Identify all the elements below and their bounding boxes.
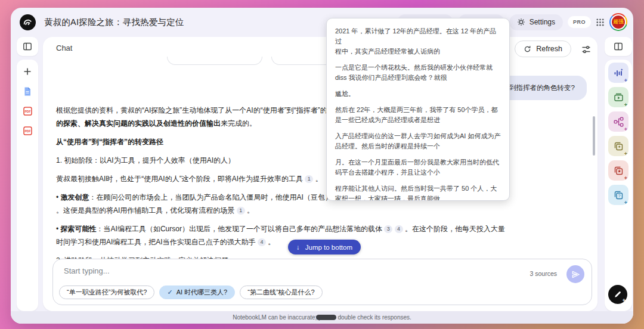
add-icon: + bbox=[624, 176, 627, 181]
pdf-source-button[interactable]: PDF bbox=[20, 104, 35, 118]
add-icon: + bbox=[624, 127, 627, 132]
check-icon: ✓ bbox=[167, 288, 172, 296]
panel-toggle-icon bbox=[23, 42, 32, 51]
arrow-down-icon: ↓ bbox=[296, 244, 300, 251]
chat-input-box: 3 sources “单一职业路径”为何被取代?✓AI 时代哪三类人?“第二曲线… bbox=[52, 259, 592, 305]
desktop-background: 黄叔的AI探险之旅：寻找热爱与定位 Analytics Share Settin… bbox=[0, 0, 644, 329]
mind-map-icon bbox=[614, 117, 624, 127]
audio-overview-button[interactable]: + bbox=[608, 63, 628, 83]
add-icon: + bbox=[624, 200, 627, 205]
citation-chip[interactable]: 4 bbox=[258, 238, 266, 246]
add-note-button[interactable]: + bbox=[608, 285, 627, 304]
citation-chip[interactable]: 4 bbox=[395, 225, 403, 233]
add-icon: + bbox=[624, 103, 627, 107]
suggestion-chip[interactable]: ✓AI 时代哪三类人? bbox=[159, 285, 235, 299]
gear-icon bbox=[517, 18, 525, 26]
add-source-icon bbox=[23, 67, 32, 76]
chat-panel: Chat Refresh 者到指挥者的角色转变? 根据您提供的资料，黄叔的“AI… bbox=[43, 37, 597, 311]
refresh-button[interactable]: Refresh bbox=[515, 41, 571, 57]
avatar[interactable]: 超强 bbox=[609, 13, 627, 31]
send-button[interactable] bbox=[566, 265, 584, 283]
studio-panel-toggle[interactable] bbox=[605, 37, 632, 56]
apps-grid-button[interactable] bbox=[596, 18, 605, 27]
chat-scrollbar[interactable] bbox=[593, 116, 595, 156]
pencil-icon bbox=[614, 290, 622, 299]
video-overview-button[interactable]: + bbox=[608, 87, 628, 107]
reports-button[interactable]: + bbox=[608, 136, 628, 156]
refresh-icon bbox=[524, 45, 531, 53]
notebook-title: 黄叔的AI探险之旅：寻找热爱与定位 bbox=[44, 17, 184, 28]
add-icon: + bbox=[624, 151, 627, 156]
panel-toggle-icon bbox=[614, 42, 623, 51]
pdf-source-icon: PDF bbox=[23, 106, 33, 116]
pdf-source-icon: PDF bbox=[23, 126, 33, 136]
add-icon: + bbox=[624, 78, 627, 83]
svg-text:PDF: PDF bbox=[24, 129, 30, 132]
sources-rail: PDF PDF bbox=[17, 60, 38, 311]
notebooklm-window: 黄叔的AI探险之旅：寻找热爱与定位 Analytics Share Settin… bbox=[11, 8, 633, 324]
doc-source-icon bbox=[23, 86, 32, 97]
jump-to-bottom-button[interactable]: ↓ Jump to bottom bbox=[288, 240, 361, 254]
settings-button[interactable]: Settings bbox=[509, 14, 563, 30]
doc-source-button[interactable] bbox=[20, 84, 35, 98]
previous-suggestion-chip[interactable] bbox=[167, 57, 262, 65]
svg-text:PDF: PDF bbox=[24, 109, 30, 113]
drag-handle[interactable] bbox=[316, 315, 336, 320]
audio-overview-icon bbox=[614, 68, 624, 78]
chat-settings-button[interactable] bbox=[580, 43, 593, 56]
add-icon: + bbox=[623, 298, 626, 303]
citation-chip[interactable]: 1 bbox=[237, 207, 245, 215]
notebooklm-logo bbox=[20, 14, 36, 30]
chat-input[interactable] bbox=[64, 266, 422, 275]
source-citation-tooltip: 2021 年，累计做了 12年的产品经理。在这 12 年的产品过 程中，其实产品… bbox=[326, 18, 510, 201]
add-source-button[interactable] bbox=[20, 64, 35, 79]
quiz-button[interactable]: ? + bbox=[608, 185, 628, 205]
sources-panel-toggle[interactable] bbox=[17, 37, 38, 56]
tune-sliders-icon bbox=[581, 45, 591, 54]
avatar-label: 超强 bbox=[611, 14, 626, 30]
reports-icon bbox=[614, 141, 624, 151]
quiz-icon: ? bbox=[614, 190, 624, 200]
studio-rail: + + + + + ? + + bbox=[605, 60, 632, 311]
mind-map-button[interactable]: + bbox=[608, 111, 628, 132]
video-overview-icon bbox=[614, 92, 624, 103]
apps-grid-icon bbox=[596, 18, 605, 27]
chat-tab-label: Chat bbox=[56, 44, 72, 52]
suggestion-chip[interactable]: “第二曲线”核心是什么? bbox=[240, 285, 322, 299]
suggestion-chips-row: “单一职业路径”为何被取代?✓AI 时代哪三类人?“第二曲线”核心是什么? bbox=[59, 285, 323, 299]
suggestion-chip[interactable]: “单一职业路径”为何被取代? bbox=[59, 285, 154, 299]
sources-count: 3 sources bbox=[530, 270, 557, 277]
pdf-source-button[interactable]: PDF bbox=[20, 123, 35, 138]
app-header: 黄叔的AI探险之旅：寻找热爱与定位 Analytics Share Settin… bbox=[11, 8, 633, 37]
flashcards-button[interactable]: + bbox=[608, 160, 628, 181]
send-icon bbox=[571, 270, 580, 279]
svg-text:?: ? bbox=[618, 193, 620, 198]
flashcards-icon bbox=[614, 166, 624, 176]
citation-chip[interactable]: 3 bbox=[384, 225, 392, 233]
citation-chip[interactable]: 1 bbox=[305, 175, 313, 183]
pro-badge: PRO bbox=[568, 16, 591, 28]
